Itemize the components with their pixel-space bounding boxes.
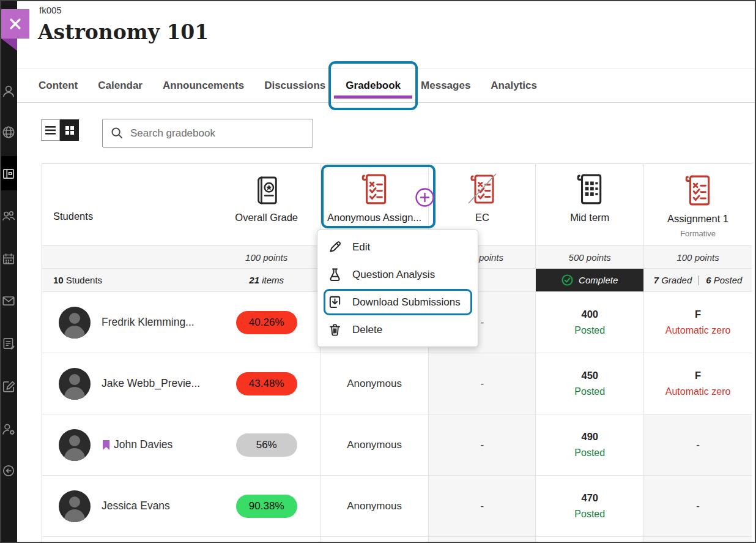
tab-analytics[interactable]: Analytics (491, 80, 537, 92)
column-header-students[interactable]: Students (42, 164, 213, 245)
overall-grade-cell (213, 537, 320, 542)
search-input[interactable] (130, 127, 305, 140)
assignment-checklist-icon (360, 173, 389, 205)
bookmark-flag-icon (102, 440, 111, 451)
assignment1-column-sublabel: Formative (680, 229, 716, 238)
avatar (59, 490, 91, 522)
tab-content[interactable]: Content (39, 80, 78, 92)
table-row: Jessica Evans 90.38% Anonymous - 470 Pos… (42, 475, 752, 536)
posted-label: Posted (714, 275, 743, 285)
midterm-score: 450 (581, 370, 598, 381)
user-settings-icon[interactable] (1, 422, 16, 436)
mail-icon[interactable] (1, 293, 16, 308)
student-name-text: John Davies (114, 438, 172, 451)
tab-messages[interactable]: Messages (421, 80, 470, 92)
midterm-status: Posted (574, 386, 605, 397)
overall-grade-cell[interactable]: 40.26% (213, 292, 320, 353)
grid-view-icon (65, 126, 74, 135)
student-cell[interactable]: Jake Webb_Previe... (42, 353, 213, 414)
grade-pill: 40.26% (236, 311, 297, 334)
notes-icon[interactable] (1, 336, 16, 351)
assignment1-grade: - (696, 500, 700, 512)
midterm-score: 470 (581, 492, 598, 504)
anonymous-cell (320, 537, 429, 542)
midterm-column-label: Mid term (570, 212, 609, 223)
column-header-midterm[interactable]: Mid term (535, 164, 643, 245)
ec-cell (428, 537, 535, 542)
midterm-status: Posted (574, 448, 605, 459)
complete-badge-label: Complete (579, 275, 618, 285)
menu-item-delete[interactable]: Delete (317, 316, 478, 343)
ec-cell[interactable]: - (428, 353, 535, 414)
midterm-cell[interactable]: 470 Posted (535, 476, 643, 536)
assignment1-note: Automatic zero (665, 386, 731, 397)
assignment1-cell[interactable]: F Automatic zero (643, 353, 752, 414)
overall-grade-cell[interactable]: 56% (213, 414, 320, 475)
assignment1-cell[interactable]: - (643, 414, 752, 475)
student-name: Jessica Evans (102, 500, 170, 512)
menu-item-label: Question Analysis (352, 269, 435, 281)
user-icon[interactable] (1, 84, 16, 99)
globe-icon[interactable] (1, 125, 16, 140)
tab-gradebook[interactable]: Gradebook (346, 80, 401, 92)
assignment1-cell[interactable]: F Automatic zero (643, 292, 752, 353)
column-header-overall-grade[interactable]: Overall Grade (213, 164, 320, 245)
column-header-assignment1[interactable]: Assignment 1 Formative (643, 164, 752, 245)
menu-item-edit[interactable]: Edit (317, 233, 478, 261)
anonymous-cell[interactable]: Anonymous (320, 476, 429, 536)
add-column-plus-icon[interactable] (415, 187, 435, 208)
tab-discussions[interactable]: Discussions (264, 80, 325, 92)
assignment1-grade: - (696, 439, 700, 451)
midterm-cell[interactable]: 400 Posted (535, 292, 643, 353)
graded-count: 7 (654, 275, 659, 285)
ec-cell[interactable]: - (428, 414, 535, 475)
students-column-label: Students (53, 211, 93, 222)
history-icon[interactable] (1, 463, 16, 478)
test-grid-icon (575, 173, 604, 205)
menu-item-download-submissions[interactable]: Download Submissions (317, 288, 478, 316)
items-count-label: items (262, 275, 284, 285)
anonymous-cell[interactable]: Anonymous (320, 414, 429, 475)
student-name: Fredrik Klemming... (102, 316, 195, 329)
menu-item-label: Download Submissions (352, 296, 461, 309)
points-cell-assignment1: 100 points (643, 246, 752, 268)
assignment1-cell[interactable]: - (643, 476, 752, 536)
assignment1-status-cell: 7 Graded 6 Posted (643, 269, 752, 291)
ec-column-label: EC (475, 212, 489, 223)
midterm-score: 400 (581, 309, 598, 320)
course-code: fk005 (39, 5, 62, 15)
midterm-cell[interactable]: 450 Posted (535, 353, 643, 414)
student-cell[interactable]: John Davies (42, 414, 213, 475)
points-cell-students (42, 246, 213, 268)
assignment-checklist-icon (683, 174, 713, 206)
pencil-icon (328, 240, 342, 254)
overall-grade-cell[interactable]: 90.38% (213, 476, 320, 536)
close-course-button[interactable] (1, 9, 29, 39)
column-context-menu: Edit Question Analysis Download Submissi… (317, 230, 478, 347)
avatar (59, 368, 91, 400)
midterm-cell (535, 537, 643, 542)
assignment1-grade: F (695, 309, 701, 320)
table-row: Jake Webb_Previe... 43.48% Anonymous - 4… (42, 353, 752, 414)
midterm-cell[interactable]: 490 Posted (535, 414, 643, 475)
table-row (42, 536, 752, 542)
overall-grade-cell[interactable]: 43.48% (213, 353, 320, 414)
ec-cell[interactable]: - (428, 476, 535, 536)
calendar-icon[interactable] (1, 252, 16, 266)
midterm-status: Posted (574, 325, 605, 336)
student-cell[interactable]: Jessica Evans (42, 476, 213, 536)
gradebook-search (102, 119, 313, 148)
gradebook-book-icon (254, 176, 280, 205)
menu-item-question-analysis[interactable]: Question Analysis (317, 261, 478, 288)
tab-calendar[interactable]: Calendar (98, 80, 143, 92)
grid-view-button[interactable] (60, 119, 79, 141)
grade-pill: 43.48% (236, 372, 297, 395)
list-view-button[interactable] (41, 119, 60, 141)
tab-announcements[interactable]: Announcements (163, 80, 244, 92)
anonymous-cell[interactable]: Anonymous (320, 353, 429, 414)
course-panel-icon[interactable] (1, 167, 16, 181)
groups-icon[interactable] (1, 209, 16, 223)
edit-icon[interactable] (1, 379, 16, 394)
avatar (59, 307, 91, 339)
student-cell[interactable]: Fredrik Klemming... (42, 292, 213, 353)
